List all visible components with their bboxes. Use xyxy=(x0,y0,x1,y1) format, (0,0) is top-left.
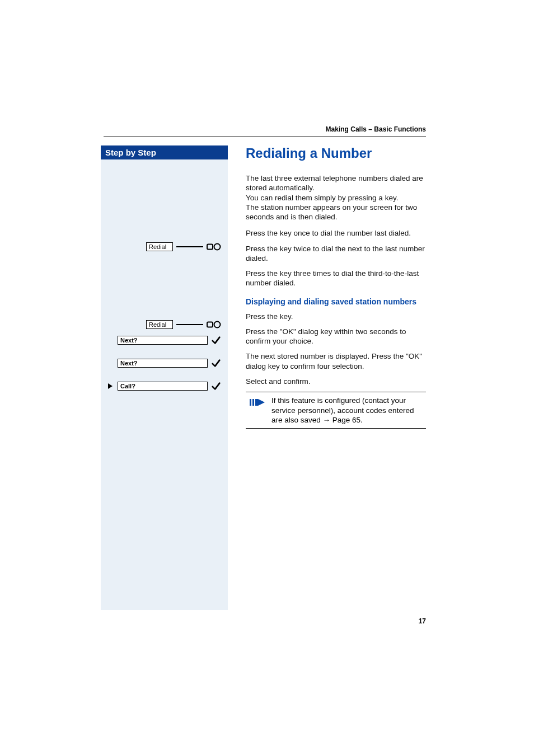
led-key-icon xyxy=(207,321,221,328)
dialog-label-next: Next? xyxy=(118,359,208,368)
svg-rect-4 xyxy=(250,399,251,406)
note-part-b: Page 65. xyxy=(330,416,363,424)
led-key-icon xyxy=(207,243,221,251)
section-title: Redialing a Number xyxy=(246,145,426,161)
intro-paragraph: The last three external telephone number… xyxy=(246,173,426,222)
intro-line-3: The station number appears on your scree… xyxy=(246,203,417,221)
key-label-redial: Redial xyxy=(146,242,173,251)
dialog-row-call: Call? xyxy=(118,381,221,391)
intro-line-2: You can redial them simply by pressing a… xyxy=(246,194,398,202)
note-arrow: → xyxy=(323,416,331,424)
select-confirm: Select and confirm. xyxy=(246,377,426,386)
note-icon xyxy=(249,397,266,408)
main-content: Redialing a Number The last three extern… xyxy=(228,145,426,429)
svg-rect-0 xyxy=(207,245,213,250)
note-text: If this feature is configured (contact y… xyxy=(271,396,426,425)
svg-rect-2 xyxy=(207,322,213,327)
running-head: Making Calls – Basic Functions xyxy=(326,125,426,133)
key-line xyxy=(176,322,203,325)
note-box: If this feature is configured (contact y… xyxy=(246,392,426,429)
press-twice: Press the key twice to dial the next to … xyxy=(246,244,426,264)
svg-rect-5 xyxy=(252,399,254,406)
key-row-redial-2: Redial xyxy=(146,320,221,329)
press-three-times: Press the key three times to dial the th… xyxy=(246,269,426,288)
dialog-label-next: Next? xyxy=(118,336,208,345)
svg-point-1 xyxy=(214,244,221,250)
svg-rect-6 xyxy=(255,399,258,406)
dialog-row-next-2: Next? xyxy=(118,358,221,368)
confirm-ok: Press the "OK" dialog key within two sec… xyxy=(246,327,426,346)
scroll-marker-icon xyxy=(106,382,114,390)
ok-check-icon xyxy=(211,335,221,345)
svg-point-3 xyxy=(214,322,221,328)
intro-line-1: The last three external telephone number… xyxy=(246,174,423,192)
step-by-step-banner: Step by Step xyxy=(101,145,228,159)
ok-check-icon xyxy=(211,381,221,391)
key-row-redial-1: Redial xyxy=(146,242,221,251)
dialog-row-next-1: Next? xyxy=(118,335,221,345)
press-key: Press the key. xyxy=(246,312,426,321)
next-stored: The next stored number is displayed. Pre… xyxy=(246,351,426,371)
ok-check-icon xyxy=(211,358,221,368)
page-number: 17 xyxy=(419,617,426,625)
press-once: Press the key once to dial the number la… xyxy=(246,228,426,238)
key-line xyxy=(176,244,203,247)
subheading-saved-numbers: Displaying and dialing saved station num… xyxy=(246,297,426,306)
dialog-label-call: Call? xyxy=(118,382,208,391)
sidebar: Step by Step Redial Redial xyxy=(101,145,228,610)
header-rule xyxy=(104,137,426,137)
key-label-redial: Redial xyxy=(146,320,173,329)
